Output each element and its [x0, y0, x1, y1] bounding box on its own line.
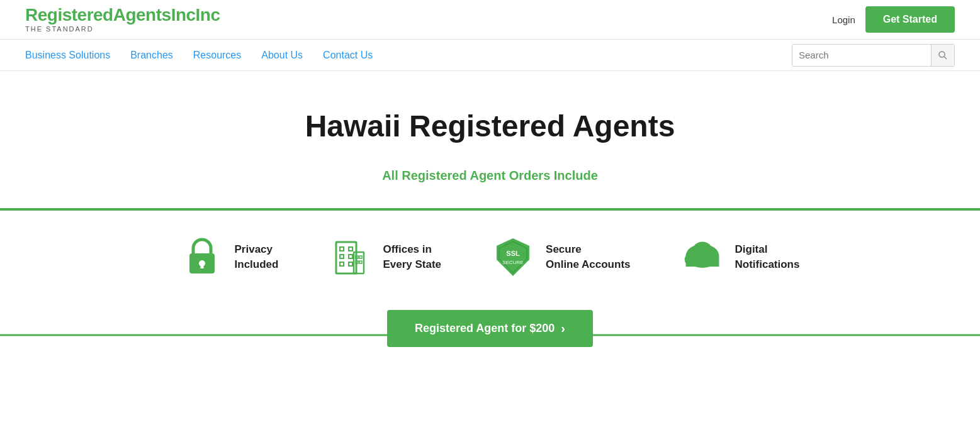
header-right: Login Get Started: [832, 6, 955, 33]
search-icon: [938, 50, 948, 60]
svg-line-1: [944, 57, 947, 59]
privacy-icon: [181, 236, 223, 279]
privacy-included-text: PrivacyIncluded: [235, 242, 279, 272]
svg-rect-4: [200, 263, 203, 268]
feature-offices-every-state: Offices inEvery State: [329, 236, 441, 279]
svg-rect-10: [340, 262, 344, 266]
get-started-button[interactable]: Get Started: [865, 6, 955, 33]
nav-business-solutions[interactable]: Business Solutions: [25, 41, 110, 70]
main-nav: Business Solutions Branches Resources Ab…: [0, 40, 980, 71]
offices-icon: [332, 236, 368, 279]
search-box: [792, 44, 955, 67]
svg-rect-14: [359, 256, 362, 258]
nav-resources[interactable]: Resources: [193, 41, 241, 70]
logo: RegisteredAgentsIncInc THE STANDARD: [25, 6, 220, 33]
building-icon: [329, 236, 371, 279]
svg-point-0: [939, 52, 945, 57]
feature-secure-online-accounts: SSL SECURE SecureOnline Accounts: [492, 236, 630, 279]
ssl-icon-container: SSL SECURE: [492, 236, 534, 279]
cta-label: Registered Agent for $200: [415, 322, 555, 335]
cloud-icon-container: [681, 236, 724, 279]
svg-point-24: [692, 241, 711, 258]
svg-rect-7: [349, 247, 352, 251]
lock-icon: [184, 236, 220, 279]
login-link[interactable]: Login: [832, 14, 855, 25]
svg-rect-8: [340, 255, 344, 258]
logo-registered-agents: RegisteredAgentsInc: [25, 5, 196, 25]
site-header: RegisteredAgentsIncInc THE STANDARD Logi…: [0, 0, 980, 40]
hero-section: Hawaii Registered Agents All Registered …: [0, 71, 980, 208]
digital-notifications-text: DigitalNotifications: [735, 242, 800, 272]
logo-text: RegisteredAgentsIncInc: [25, 6, 220, 24]
feature-privacy-included: PrivacyIncluded: [181, 236, 279, 279]
svg-rect-25: [685, 260, 719, 267]
svg-text:SSL: SSL: [506, 250, 520, 257]
cta-arrow: ›: [561, 321, 565, 336]
search-input[interactable]: [792, 45, 931, 66]
cloud-icon: [681, 238, 724, 276]
ssl-badge-icon: SSL SECURE: [493, 237, 533, 277]
svg-rect-6: [340, 247, 344, 251]
nav-contact-us[interactable]: Contact Us: [323, 41, 373, 70]
secure-online-accounts-text: SecureOnline Accounts: [546, 242, 630, 272]
nav-links: Business Solutions Branches Resources Ab…: [25, 41, 792, 70]
features-section: PrivacyIncluded Offices inEvery S: [0, 211, 980, 304]
svg-text:SECURE: SECURE: [502, 260, 523, 265]
hero-subtitle: All Registered Agent Orders Include: [25, 168, 955, 183]
logo-tagline: THE STANDARD: [25, 25, 94, 33]
hero-title: Hawaii Registered Agents: [25, 109, 955, 143]
offices-every-state-text: Offices inEvery State: [383, 242, 441, 272]
nav-branches[interactable]: Branches: [130, 41, 173, 70]
svg-rect-9: [349, 255, 352, 258]
logo-inc: Inc: [196, 5, 220, 25]
search-button[interactable]: [931, 45, 954, 66]
svg-marker-17: [497, 238, 529, 276]
svg-rect-11: [349, 262, 352, 266]
svg-rect-16: [359, 261, 362, 263]
feature-digital-notifications: DigitalNotifications: [681, 236, 800, 279]
nav-about-us[interactable]: About Us: [261, 41, 303, 70]
cta-register-button[interactable]: Registered Agent for $200 ›: [387, 310, 593, 347]
